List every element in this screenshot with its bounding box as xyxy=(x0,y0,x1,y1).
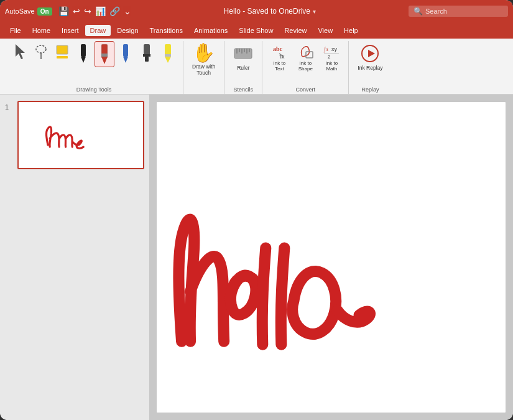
svg-marker-11 xyxy=(123,57,128,63)
save-icon[interactable]: 💾 xyxy=(58,6,69,16)
menu-review[interactable]: Review xyxy=(279,25,312,36)
search-icon: 🔍 xyxy=(414,7,423,16)
doc-title-arrow[interactable]: ▾ xyxy=(313,8,316,15)
ink-to-math-container: ∫π xy 2 Ink toMath xyxy=(320,41,343,82)
slide-canvas[interactable] xyxy=(157,102,506,413)
ink-to-shape-btn[interactable]: Ink toShape xyxy=(293,41,317,73)
ink-to-math-btn[interactable]: ∫π xy 2 Ink toMath xyxy=(320,41,343,73)
fill-color-icon xyxy=(55,43,69,60)
presentation-icon[interactable]: 📊 xyxy=(95,6,106,16)
slide-thumbnail[interactable] xyxy=(17,101,144,169)
ink-to-shape-container: Ink toShape xyxy=(293,41,317,82)
slide-panel: 1 xyxy=(0,95,149,420)
pen1-btn[interactable] xyxy=(73,41,93,66)
svg-point-1 xyxy=(36,45,46,53)
share-icon[interactable]: 🔗 xyxy=(109,6,120,16)
replay-group: Ink Replay Replay xyxy=(349,41,391,94)
select-tool-btn[interactable] xyxy=(10,41,30,62)
pen3-btn[interactable] xyxy=(116,41,136,66)
doc-title: Hello - Saved to OneDrive ▾ xyxy=(135,7,405,16)
autosave-group: AutoSave On xyxy=(5,7,52,16)
slide-content-svg xyxy=(157,102,506,413)
stencils-group: Ruler Stencils xyxy=(224,41,262,94)
svg-text:xy: xy xyxy=(331,46,338,52)
more-icon[interactable]: ⌄ xyxy=(124,6,131,16)
menu-view[interactable]: View xyxy=(313,25,338,36)
ink-to-text-label: Ink toText xyxy=(274,60,286,72)
ribbon: Drawing Tools ✋ Draw withTouch xyxy=(0,39,513,95)
menu-insert[interactable]: Insert xyxy=(57,25,84,36)
menu-draw[interactable]: Draw xyxy=(85,25,111,36)
convert-group: abc T x Ink toText xyxy=(262,41,349,94)
stencils-label: Stencils xyxy=(224,86,262,93)
ruler-label: Ruler xyxy=(237,65,249,71)
draw-with-touch-label: Draw withTouch xyxy=(192,63,215,76)
svg-rect-5 xyxy=(81,44,86,57)
svg-marker-35 xyxy=(368,50,375,57)
pen1-icon xyxy=(78,43,89,64)
svg-rect-13 xyxy=(143,54,150,57)
ink-to-shape-icon xyxy=(297,42,314,60)
menu-animations[interactable]: Animations xyxy=(189,25,233,36)
draw-with-touch-btn[interactable]: ✋ Draw withTouch xyxy=(188,41,219,85)
slide-thumb-svg xyxy=(19,102,143,168)
pen2-icon xyxy=(99,44,110,65)
slide-main xyxy=(149,95,513,420)
svg-text:2: 2 xyxy=(328,54,331,60)
replay-label: Replay xyxy=(349,86,391,93)
svg-marker-6 xyxy=(81,57,86,63)
drawing-tools-label: Drawing Tools xyxy=(5,86,183,93)
highlighter-btn[interactable] xyxy=(158,41,178,66)
convert-label: Convert xyxy=(262,86,348,93)
svg-rect-10 xyxy=(123,44,128,57)
ruler-btn[interactable]: Ruler xyxy=(229,41,257,80)
menu-help[interactable]: Help xyxy=(339,25,363,36)
ink-to-text-btn[interactable]: abc T x Ink toText xyxy=(267,41,291,72)
svg-rect-8 xyxy=(101,54,108,57)
svg-marker-17 xyxy=(165,57,171,63)
svg-rect-12 xyxy=(144,44,150,55)
svg-marker-0 xyxy=(16,44,25,59)
slide-thumb-container: 1 xyxy=(5,101,144,169)
svg-marker-9 xyxy=(101,57,108,64)
menu-bar: File Home Insert Draw Design Transitions… xyxy=(0,22,513,39)
ink-replay-btn[interactable]: Ink Replay xyxy=(354,41,386,80)
svg-rect-16 xyxy=(165,54,171,57)
menu-design[interactable]: Design xyxy=(112,25,143,36)
ink-replay-icon xyxy=(360,44,380,63)
menu-slideshow[interactable]: Slide Show xyxy=(234,25,278,36)
lasso-tool-btn[interactable] xyxy=(31,41,51,62)
menu-file[interactable]: File xyxy=(5,25,26,36)
pen4-icon xyxy=(141,43,152,64)
search-placeholder-text: Search xyxy=(425,7,447,15)
pen4-btn[interactable] xyxy=(137,41,157,66)
pen3-icon xyxy=(120,43,131,64)
convert-tools: abc T x Ink toText xyxy=(267,41,343,93)
ink-to-shape-label: Ink toShape xyxy=(298,60,313,72)
svg-rect-15 xyxy=(165,44,171,55)
redo-icon[interactable]: ↪ xyxy=(84,6,91,16)
main-content: 1 xyxy=(0,95,513,420)
menu-home[interactable]: Home xyxy=(27,25,55,36)
drawing-tools-group: Drawing Tools xyxy=(5,41,183,94)
arrow-select-icon xyxy=(13,43,27,60)
undo-icon[interactable]: ↩ xyxy=(73,6,80,16)
search-container[interactable]: 🔍 Search xyxy=(409,6,508,17)
ink-to-text-container: abc T x Ink toText xyxy=(267,41,291,80)
ink-replay-label: Ink Replay xyxy=(358,65,382,71)
ink-to-math-icon: ∫π xy 2 xyxy=(323,42,340,60)
svg-rect-14 xyxy=(145,57,149,62)
ruler-icon xyxy=(233,44,253,63)
fill-color-btn[interactable] xyxy=(52,41,72,62)
menu-transitions[interactable]: Transitions xyxy=(145,25,188,36)
drawing-tools xyxy=(10,41,178,93)
ink-to-math-label: Ink toMath xyxy=(326,60,338,72)
slide-number: 1 xyxy=(5,103,14,111)
svg-text:abc: abc xyxy=(273,45,283,52)
app-window: AutoSave On 💾 ↩ ↪ 📊 🔗 ⌄ Hello - Saved to… xyxy=(0,0,513,420)
autosave-toggle[interactable]: On xyxy=(37,7,52,16)
svg-text:x: x xyxy=(282,54,285,60)
svg-rect-3 xyxy=(57,45,68,54)
highlighter-icon xyxy=(162,43,173,64)
pen2-btn[interactable] xyxy=(95,41,114,67)
